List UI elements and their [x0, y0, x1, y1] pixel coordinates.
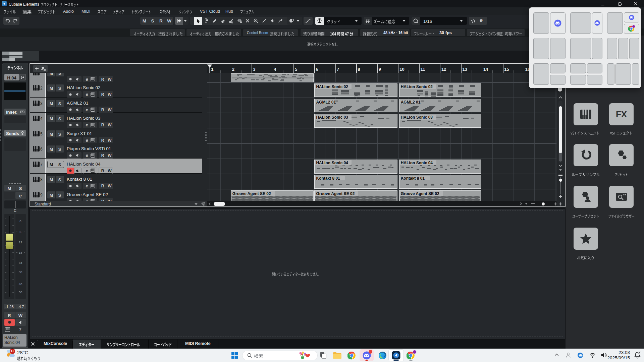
svg-text:FX: FX [616, 109, 627, 119]
